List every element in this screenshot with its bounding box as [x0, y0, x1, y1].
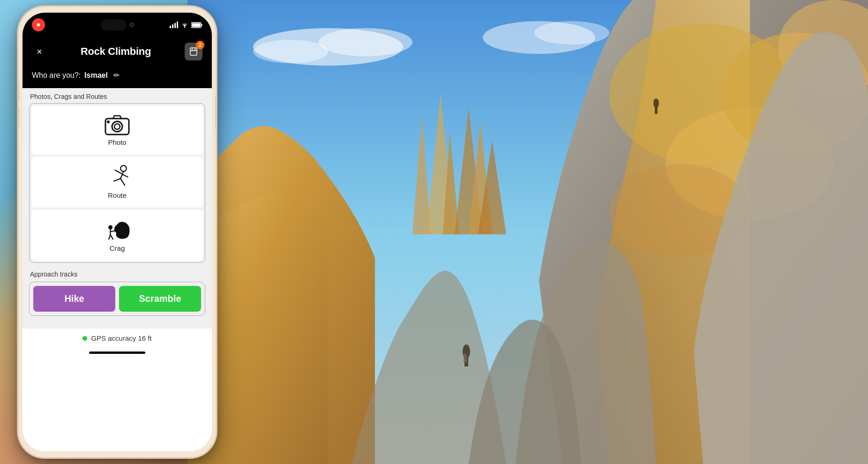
svg-point-41: [108, 225, 112, 230]
status-bar: [22, 13, 212, 37]
record-button[interactable]: [32, 18, 45, 31]
svg-line-40: [120, 179, 125, 185]
svg-rect-22: [37, 23, 40, 26]
scramble-button[interactable]: Scramble: [119, 286, 201, 312]
route-icon: [105, 165, 130, 188]
approach-section: Approach tracks Hike Scramble: [29, 270, 205, 316]
photo-card[interactable]: Photo: [31, 105, 203, 155]
signal-bars: [170, 22, 178, 28]
app-header: × Rock Climbing 2: [22, 37, 212, 66]
svg-point-35: [120, 165, 127, 172]
crag-card[interactable]: Crag: [31, 210, 203, 261]
app-content: Photos, Crags and Routes Photo: [22, 88, 212, 328]
photo-label: Photo: [108, 138, 126, 146]
signal-bar-1: [170, 26, 171, 28]
phone-body: × Rock Climbing 2 Who are you?: Ismael ✏: [19, 7, 216, 457]
phone-screen: × Rock Climbing 2 Who are you?: Ismael ✏: [22, 13, 212, 451]
signal-bar-3: [174, 23, 176, 28]
svg-point-34: [107, 120, 110, 123]
approach-box: Hike Scramble: [29, 282, 205, 316]
signal-bar-4: [177, 22, 178, 28]
svg-point-23: [184, 27, 185, 28]
status-left: [32, 18, 45, 31]
signal-bar-2: [172, 24, 173, 28]
svg-point-20: [653, 98, 659, 108]
phone-device: × Rock Climbing 2 Who are you?: Ismael ✏: [19, 7, 216, 457]
approach-label: Approach tracks: [29, 270, 205, 278]
battery-icon: [191, 22, 202, 28]
svg-rect-27: [190, 48, 197, 55]
route-card[interactable]: Route: [31, 157, 203, 208]
svg-line-43: [111, 231, 116, 232]
gps-dot: [82, 336, 87, 341]
user-name: Ismael: [84, 71, 108, 80]
svg-line-39: [114, 179, 120, 181]
volume-up-button: [19, 82, 19, 101]
photos-section-label: Photos, Crags and Routes: [29, 93, 205, 100]
svg-point-3: [253, 40, 328, 63]
svg-point-32: [112, 121, 122, 132]
di-camera: [129, 22, 134, 27]
camera-icon: [105, 114, 130, 135]
volume-down-button: [19, 108, 19, 127]
svg-line-45: [111, 235, 113, 239]
crag-icon: [105, 218, 130, 241]
power-button: [215, 96, 216, 129]
edit-icon[interactable]: ✏: [113, 71, 120, 80]
svg-point-33: [114, 124, 120, 129]
wifi-icon: [181, 22, 188, 28]
gps-bar: GPS accuracy 16 ft: [22, 328, 212, 348]
notification-button[interactable]: 2: [185, 43, 202, 60]
bookmark-icon: [189, 47, 198, 56]
home-bar: [89, 352, 145, 354]
gps-text: GPS accuracy 16 ft: [91, 334, 151, 342]
route-label: Route: [108, 191, 127, 199]
svg-rect-26: [192, 23, 201, 27]
notification-badge: 2: [196, 41, 204, 49]
photos-section-box: Photo: [29, 103, 205, 263]
svg-point-2: [319, 28, 412, 56]
svg-line-44: [109, 235, 111, 239]
user-label: Who are you?:: [32, 71, 81, 80]
svg-rect-21: [655, 107, 658, 114]
dynamic-island: [94, 17, 141, 32]
svg-rect-19: [464, 354, 467, 362]
hike-button[interactable]: Hike: [33, 286, 115, 312]
svg-point-5: [534, 21, 609, 45]
photos-section: Photos, Crags and Routes Photo: [29, 93, 205, 263]
user-row: Who are you?: Ismael ✏: [22, 66, 212, 88]
svg-line-38: [122, 174, 128, 177]
close-button[interactable]: ×: [32, 44, 47, 59]
home-indicator: [22, 348, 212, 359]
svg-rect-25: [202, 24, 202, 26]
app-title: Rock Climbing: [81, 45, 151, 58]
rock-scene-svg: [187, 0, 868, 464]
status-right: [170, 22, 202, 28]
svg-line-37: [115, 170, 122, 173]
crag-label: Crag: [110, 244, 125, 252]
di-pill: [101, 19, 127, 30]
